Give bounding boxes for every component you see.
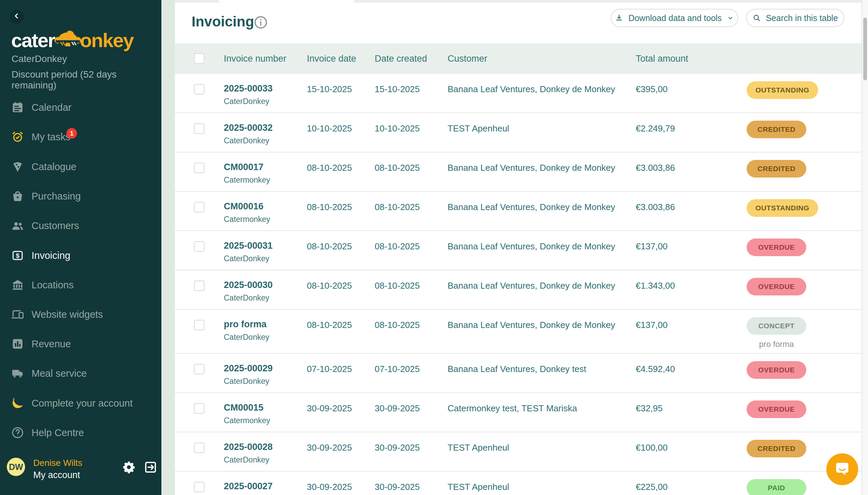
invoice-date-cell: 08-10-2025 — [307, 320, 352, 330]
table-row[interactable]: 2025-00028 CaterDonkey 30-09-2025 30-09-… — [175, 432, 862, 472]
sidebar-item-locations[interactable]: Locations — [0, 275, 162, 295]
user-block: DW Denise Wilts My account — [0, 452, 162, 495]
table-row[interactable]: 2025-00027 CaterDonkey 30-09-2025 30-09-… — [175, 472, 862, 495]
col-date-created[interactable]: Date created — [375, 53, 427, 64]
search-button-label: Search in this table — [766, 13, 838, 23]
invoice-date-cell: 10-10-2025 — [307, 123, 352, 134]
sidebar-item-calendar[interactable]: Calendar — [0, 97, 162, 118]
my-account-link[interactable]: My account — [33, 470, 80, 480]
row-checkbox[interactable] — [194, 443, 204, 453]
sidebar: cater onkey CaterDonkey Discount period … — [0, 0, 162, 495]
sidebar-item-catalogue[interactable]: Catalogue — [0, 156, 162, 177]
sidebar-item-meal-service[interactable]: Meal service — [0, 363, 162, 383]
chat-launcher-button[interactable] — [826, 453, 858, 485]
vertical-scrollbar[interactable] — [862, 0, 868, 495]
sidebar-item-label: My tasks — [32, 132, 70, 143]
col-invoice-number[interactable]: Invoice number — [224, 53, 286, 64]
search-table-button[interactable]: Search in this table — [746, 9, 844, 27]
download-button-label: Download data and tools — [628, 13, 721, 23]
invoice-date-cell: 08-10-2025 — [307, 280, 352, 291]
row-checkbox[interactable] — [194, 123, 204, 134]
sidebar-item-label: Invoicing — [32, 250, 70, 261]
date-created-cell: 08-10-2025 — [375, 280, 420, 291]
invoice-date-cell: 30-09-2025 — [307, 443, 352, 453]
sidebar-item-label: Revenue — [32, 339, 71, 349]
gear-icon — [122, 460, 136, 474]
search-icon — [752, 14, 761, 22]
logo-text-onkey: onkey — [80, 31, 134, 50]
col-customer[interactable]: Customer — [448, 53, 487, 64]
invoice-organisation: CaterDonkey — [224, 333, 269, 342]
invoice-organisation: CaterDonkey — [224, 377, 269, 386]
sidebar-item-revenue[interactable]: Revenue — [0, 334, 162, 354]
download-data-button[interactable]: Download data and tools — [611, 9, 738, 27]
row-checkbox[interactable] — [194, 163, 204, 173]
invoice-number-link[interactable]: CM00017 — [224, 162, 264, 172]
table-row[interactable]: pro forma CaterDonkey 08-10-2025 08-10-2… — [175, 310, 862, 354]
invoice-number-link[interactable]: 2025-00033 — [224, 83, 272, 94]
scrollbar-thumb[interactable] — [863, 18, 867, 80]
select-all-checkbox[interactable] — [194, 53, 204, 64]
table-row[interactable]: 2025-00032 CaterDonkey 10-10-2025 10-10-… — [175, 113, 862, 152]
chevron-down-icon — [727, 14, 734, 22]
sidebar-item-customers[interactable]: Customers — [0, 216, 162, 236]
col-total-amount[interactable]: Total amount — [636, 53, 688, 64]
row-checkbox[interactable] — [194, 320, 204, 330]
customer-cell: TEST Apenheul — [448, 443, 509, 453]
row-checkbox[interactable] — [194, 482, 204, 492]
status-badge: CREDITED — [747, 121, 806, 138]
row-checkbox[interactable] — [194, 84, 204, 95]
table-row[interactable]: CM00017 Catermonkey 08-10-2025 08-10-202… — [175, 152, 862, 192]
sidebar-item-complete-your-account[interactable]: Complete your account — [0, 393, 162, 413]
settings-button[interactable] — [122, 460, 136, 474]
sidebar-item-my-tasks[interactable]: My tasks 1 — [0, 127, 162, 147]
info-icon[interactable] — [254, 15, 268, 30]
sidebar-item-purchasing[interactable]: Purchasing — [0, 186, 162, 206]
table-row[interactable]: 2025-00029 CaterDonkey 07-10-2025 07-10-… — [175, 354, 862, 393]
invoice-number-link[interactable]: CM00015 — [224, 403, 264, 413]
help-icon — [11, 426, 24, 439]
table-row[interactable]: CM00016 Catermonkey 08-10-2025 08-10-202… — [175, 192, 862, 231]
invoice-number-link[interactable]: CM00016 — [224, 201, 264, 212]
col-invoice-date[interactable]: Invoice date — [307, 53, 356, 64]
row-checkbox[interactable] — [194, 280, 204, 291]
status-badge: CREDITED — [747, 160, 806, 177]
invoice-number-link[interactable]: 2025-00032 — [224, 123, 272, 133]
invoice-organisation: CaterDonkey — [224, 254, 269, 263]
date-created-cell: 08-10-2025 — [375, 163, 420, 173]
table-row[interactable]: 2025-00031 CaterDonkey 08-10-2025 08-10-… — [175, 231, 862, 270]
row-checkbox[interactable] — [194, 241, 204, 252]
avatar[interactable]: DW — [7, 458, 25, 476]
collapse-sidebar-button[interactable] — [10, 10, 24, 24]
customer-cell: Banana Leaf Ventures, Donkey de Monkey — [448, 84, 615, 95]
top-edge-strip — [175, 0, 868, 3]
row-checkbox[interactable] — [194, 403, 204, 414]
table-row[interactable]: CM00015 Catermonkey 30-09-2025 30-09-202… — [175, 393, 862, 432]
sidebar-item-label: Calendar — [32, 102, 71, 113]
main-content: Invoicing Download data and tools Search… — [175, 0, 868, 495]
customer-cell: Banana Leaf Ventures, Donkey de Monkey — [448, 202, 615, 212]
invoice-date-cell: 08-10-2025 — [307, 202, 352, 212]
invoice-number-link[interactable]: 2025-00027 — [224, 481, 272, 492]
sidebar-item-help-centre[interactable]: Help Centre — [0, 423, 162, 443]
sidebar-item-website-widgets[interactable]: Website widgets — [0, 304, 162, 325]
sidebar-item-invoicing[interactable]: $ Invoicing — [0, 245, 162, 266]
total-amount-cell: €32,95 — [636, 403, 663, 414]
invoice-number-link[interactable]: 2025-00030 — [224, 280, 272, 290]
logout-button[interactable] — [144, 460, 157, 474]
user-name[interactable]: Denise Wilts — [33, 458, 82, 468]
invoice-number-link[interactable]: 2025-00031 — [224, 241, 272, 251]
customer-cell: Banana Leaf Ventures, Donkey de Monkey — [448, 241, 615, 252]
table-row[interactable]: 2025-00030 CaterDonkey 08-10-2025 08-10-… — [175, 270, 862, 310]
catermonkey-logo: cater onkey — [11, 30, 133, 51]
row-checkbox[interactable] — [194, 202, 204, 212]
row-checkbox[interactable] — [194, 364, 204, 374]
invoice-number-link[interactable]: 2025-00029 — [224, 363, 272, 374]
date-created-cell: 30-09-2025 — [375, 443, 420, 453]
invoice-number-link[interactable]: pro forma — [224, 319, 267, 330]
calendar-icon — [11, 101, 24, 114]
date-created-cell: 08-10-2025 — [375, 320, 420, 330]
invoice-organisation: Catermonkey — [224, 175, 270, 185]
invoice-number-link[interactable]: 2025-00028 — [224, 442, 272, 452]
table-row[interactable]: 2025-00033 CaterDonkey 15-10-2025 15-10-… — [175, 74, 862, 113]
